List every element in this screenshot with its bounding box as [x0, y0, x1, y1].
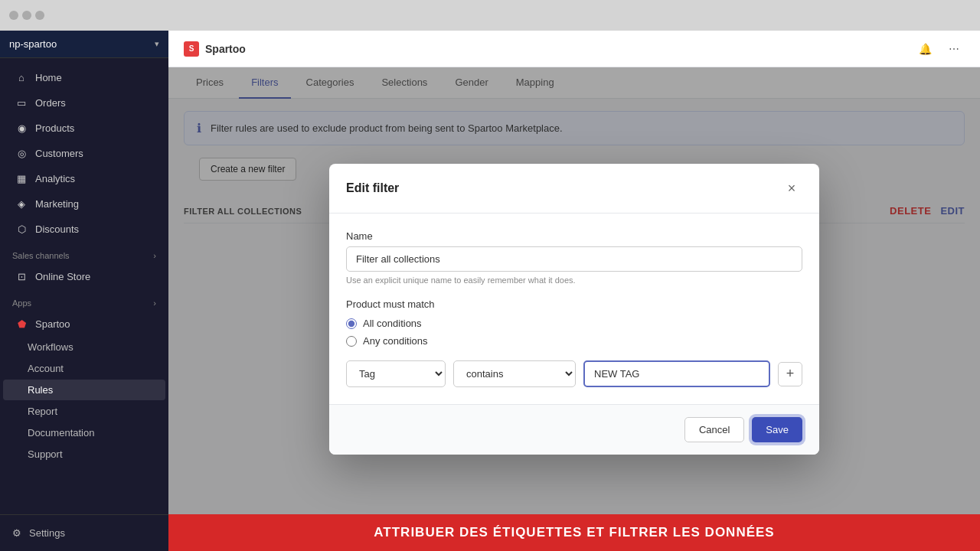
home-icon: ⌂: [15, 71, 28, 83]
sidebar-item-spartoo[interactable]: ⬟ Spartoo: [3, 311, 165, 336]
sidebar-item-products[interactable]: ◉ Products: [3, 116, 165, 140]
sidebar-sub-label: Rules: [28, 384, 53, 396]
main-area: S Spartoo 🔔 ⋯ Prices: [168, 31, 980, 551]
sidebar-footer: ⚙ Settings: [0, 514, 168, 551]
name-input[interactable]: [346, 246, 802, 272]
edit-filter-modal: Edit filter × Name Use an explicit uniqu…: [329, 164, 819, 455]
discounts-icon: ⬡: [15, 223, 28, 235]
add-condition-button[interactable]: +: [778, 362, 802, 386]
cancel-button[interactable]: Cancel: [684, 417, 744, 442]
radio-group: All conditions Any conditions: [346, 318, 802, 347]
modal-header: Edit filter ×: [329, 164, 819, 214]
sidebar-item-online-store[interactable]: ⊡ Online Store: [3, 264, 165, 289]
name-hint: Use an explicit unique name to easily re…: [346, 276, 802, 285]
sidebar-sub-item-support[interactable]: Support: [3, 444, 165, 465]
sidebar-item-orders[interactable]: ▭ Orders: [3, 90, 165, 115]
browser-toolbar: [0, 0, 980, 31]
condition-operator-select[interactable]: contains does not contain is equal to st…: [453, 360, 576, 387]
any-conditions-radio[interactable]: Any conditions: [346, 335, 802, 347]
sidebar-sub-item-rules[interactable]: Rules: [3, 380, 165, 400]
notification-icon[interactable]: 🔔: [914, 38, 936, 60]
marketing-icon: ◈: [15, 197, 28, 210]
sidebar-sub-label: Workflows: [28, 341, 74, 353]
match-form-group: Product must match All conditions: [346, 298, 802, 347]
condition-field-select[interactable]: Tag Title Vendor Type: [346, 360, 446, 387]
modal-close-button[interactable]: ×: [781, 178, 802, 199]
name-form-group: Name Use an explicit unique name to easi…: [346, 230, 802, 285]
sidebar-item-label: Orders: [35, 97, 66, 109]
main-content: Prices Filters Categories Selections Gen: [168, 67, 980, 551]
condition-value-input[interactable]: [583, 360, 770, 387]
settings-icon: ⚙: [12, 527, 21, 539]
sidebar-sub-item-workflows[interactable]: Workflows: [3, 337, 165, 357]
sidebar: np-spartoo ▾ ⌂ Home ▭ Orders ◉ Pr: [0, 31, 168, 551]
orders-icon: ▭: [15, 96, 28, 109]
main-header: S Spartoo 🔔 ⋯: [168, 31, 980, 67]
sidebar-item-label: Spartoo: [35, 318, 70, 330]
modal-backdrop: Edit filter × Name Use an explicit uniqu…: [168, 67, 980, 551]
modal-footer: Cancel Save: [329, 404, 819, 455]
sidebar-item-label: Customers: [35, 148, 83, 159]
sidebar-item-customers[interactable]: ◎ Customers: [3, 141, 165, 165]
products-icon: ◉: [15, 122, 28, 134]
sidebar-item-label: Marketing: [35, 198, 79, 210]
sidebar-sub-item-report[interactable]: Report: [3, 401, 165, 422]
store-name: np-spartoo: [9, 38, 57, 50]
app-shell: np-spartoo ▾ ⌂ Home ▭ Orders ◉ Pr: [0, 31, 980, 551]
sales-channels-label: Sales channels ›: [0, 242, 168, 263]
browser-dot-yellow: [22, 11, 31, 20]
apps-label: Apps ›: [0, 289, 168, 311]
sidebar-sub-label: Report: [28, 406, 57, 417]
browser-content: np-spartoo ▾ ⌂ Home ▭ Orders ◉ Pr: [0, 31, 980, 551]
sidebar-item-home[interactable]: ⌂ Home: [3, 65, 165, 90]
browser-dot-green: [35, 11, 44, 20]
sidebar-item-label: Products: [35, 122, 74, 134]
browser-chrome: np-spartoo ▾ ⌂ Home ▭ Orders ◉ Pr: [0, 0, 980, 551]
sidebar-item-label: Analytics: [35, 173, 75, 184]
settings-label: Settings: [29, 527, 65, 539]
sidebar-item-label: Home: [35, 72, 62, 83]
sidebar-sub-item-documentation[interactable]: Documentation: [3, 422, 165, 443]
match-label: Product must match: [346, 298, 802, 310]
any-conditions-label: Any conditions: [363, 335, 428, 347]
sidebar-sub-label: Account: [28, 363, 64, 374]
spartoo-logo-icon: S: [184, 41, 199, 57]
sidebar-item-analytics[interactable]: ▦ Analytics: [3, 166, 165, 191]
bottom-banner-text: ATTRIBUER DES ÉTIQUETTES ET FILTRER LES …: [374, 525, 774, 540]
all-conditions-label: All conditions: [363, 318, 422, 329]
customers-icon: ◎: [15, 147, 28, 159]
browser-dots: [9, 11, 44, 20]
modal-title: Edit filter: [346, 181, 399, 195]
sidebar-sub-label: Documentation: [28, 427, 94, 439]
sidebar-sub-item-account[interactable]: Account: [3, 358, 165, 379]
header-actions: 🔔 ⋯: [914, 38, 965, 60]
store-selector[interactable]: np-spartoo ▾: [0, 31, 168, 58]
condition-row: Tag Title Vendor Type contains does not …: [346, 360, 802, 387]
sidebar-item-settings[interactable]: ⚙ Settings: [12, 523, 156, 543]
all-conditions-radio[interactable]: All conditions: [346, 318, 802, 329]
store-chevron-icon: ▾: [155, 39, 159, 49]
more-icon[interactable]: ⋯: [943, 38, 965, 60]
sidebar-item-discounts[interactable]: ⬡ Discounts: [3, 217, 165, 241]
sidebar-nav: ⌂ Home ▭ Orders ◉ Products ◎ Customers: [0, 58, 168, 514]
sidebar-sub-label: Support: [28, 448, 63, 460]
bottom-banner: ATTRIBUER DES ÉTIQUETTES ET FILTRER LES …: [168, 514, 980, 551]
analytics-icon: ▦: [15, 172, 28, 184]
sidebar-item-marketing[interactable]: ◈ Marketing: [3, 191, 165, 216]
sales-channels-expand-icon: ›: [153, 251, 156, 260]
spartoo-icon: ⬟: [15, 318, 28, 330]
header-logo: S Spartoo: [184, 41, 246, 57]
online-store-icon: ⊡: [15, 270, 28, 282]
all-conditions-input[interactable]: [346, 318, 357, 329]
sidebar-item-label: Online Store: [35, 271, 90, 282]
header-title: Spartoo: [205, 43, 246, 55]
sidebar-item-label: Discounts: [35, 223, 79, 235]
any-conditions-input[interactable]: [346, 336, 357, 347]
name-label: Name: [346, 230, 802, 242]
apps-expand-icon: ›: [153, 298, 156, 308]
save-button[interactable]: Save: [752, 417, 802, 442]
modal-body: Name Use an explicit unique name to easi…: [329, 214, 819, 404]
browser-dot-red: [9, 11, 18, 20]
